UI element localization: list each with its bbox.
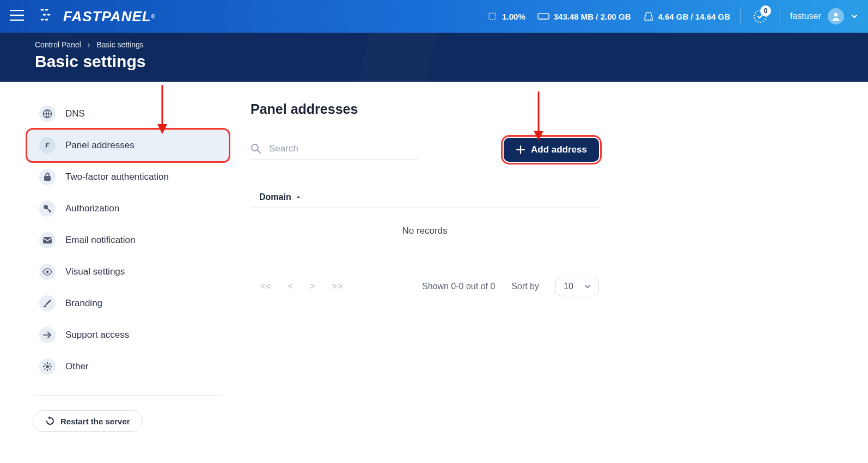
sort-by-label: Sort by: [511, 282, 539, 291]
main: DNS F Panel addresses Two-factor authent…: [0, 82, 868, 432]
sidebar-item-visual[interactable]: Visual settings: [27, 256, 229, 288]
mail-icon: [39, 232, 56, 248]
svg-point-12: [46, 365, 49, 368]
logo-reg: ®: [151, 14, 156, 20]
per-page-select[interactable]: 10: [555, 277, 599, 296]
sidebar-item-2fa[interactable]: Two-factor authentication: [27, 161, 229, 193]
pager-next[interactable]: >: [310, 282, 315, 291]
chevron-right-icon: ›: [88, 40, 90, 49]
eye-icon: [39, 264, 56, 280]
menu-toggle-button[interactable]: [10, 10, 24, 23]
col-domain-header[interactable]: Domain: [259, 192, 301, 202]
add-label: Add address: [531, 144, 587, 155]
pager-last[interactable]: >>: [332, 282, 343, 291]
sidebar-item-label: Visual settings: [65, 266, 125, 277]
lock-icon: [39, 169, 56, 185]
pager: << < > >> Shown 0-0 out of 0 Sort by 10: [250, 277, 599, 296]
cpu-value: 1.00%: [502, 12, 525, 21]
sidebar-item-label: Branding: [65, 298, 102, 309]
col-domain-label: Domain: [259, 192, 291, 202]
sidebar-item-other[interactable]: Other: [27, 351, 229, 382]
sidebar-item-label: Email notification: [65, 235, 136, 246]
sidebar: DNS F Panel addresses Two-factor authent…: [27, 98, 229, 432]
breadcrumb-current: Basic settings: [97, 40, 144, 49]
topbar-stats: 1.00% 343.48 MB / 2.00 GB 4.64 GB / 14.6…: [487, 11, 730, 22]
disk-stat[interactable]: 4.64 GB / 14.64 GB: [643, 11, 731, 22]
content-title: Panel addresses: [250, 101, 599, 117]
restart-server-button[interactable]: Restart the server: [33, 410, 143, 432]
breadcrumb-root[interactable]: Control Panel: [35, 40, 81, 49]
disk-icon: [643, 11, 654, 22]
cpu-stat[interactable]: 1.00%: [487, 11, 525, 22]
sidebar-item-label: DNS: [65, 108, 85, 119]
cpu-icon: [487, 11, 498, 22]
sidebar-item-label: Authorization: [65, 203, 119, 214]
shown-text: Shown 0-0 out of 0: [422, 282, 495, 291]
chevron-down-icon: [584, 283, 591, 290]
memory-icon: [537, 12, 549, 21]
svg-rect-7: [44, 176, 51, 181]
topbar-divider: [740, 8, 741, 25]
disk-value: 4.64 GB / 14.64 GB: [658, 12, 731, 21]
addresses-table: Domain No records: [250, 187, 599, 254]
content: Panel addresses Add address Domain No re…: [250, 98, 599, 432]
no-records-text: No records: [250, 208, 599, 254]
sidebar-divider: [33, 395, 223, 396]
panel-icon: F: [39, 137, 56, 154]
username: fastuser: [790, 11, 821, 21]
logo-mark-icon: [40, 8, 59, 25]
page-title: Basic settings: [35, 52, 833, 71]
sidebar-item-email[interactable]: Email notification: [27, 224, 229, 256]
key-icon: [39, 200, 56, 217]
logo-text: FASTPANEL: [63, 8, 151, 25]
add-address-button[interactable]: Add address: [504, 138, 599, 162]
svg-rect-11: [44, 306, 46, 307]
topbar: FASTPANEL® 1.00% 343.48 MB / 2.00 GB 4.6…: [0, 0, 868, 33]
logo[interactable]: FASTPANEL®: [40, 8, 156, 25]
svg-point-13: [252, 144, 258, 151]
sidebar-item-authorization[interactable]: Authorization: [27, 193, 229, 224]
sidebar-item-label: Other: [65, 361, 89, 372]
user-icon: [831, 11, 841, 21]
svg-rect-0: [489, 13, 496, 20]
svg-text:F: F: [45, 142, 50, 149]
sidebar-item-label: Panel addresses: [65, 140, 135, 151]
page-header: Control Panel › Basic settings Basic set…: [0, 33, 868, 82]
restart-label: Restart the server: [60, 417, 130, 426]
table-header-row: Domain: [250, 187, 599, 208]
sidebar-item-dns[interactable]: DNS: [27, 98, 229, 130]
user-menu[interactable]: fastuser: [790, 8, 858, 25]
search-field[interactable]: [250, 140, 419, 160]
brush-icon: [39, 295, 56, 312]
mem-value: 343.48 MB / 2.00 GB: [554, 12, 631, 21]
sidebar-item-panel-addresses[interactable]: F Panel addresses: [27, 130, 229, 161]
pager-prev[interactable]: <: [288, 282, 294, 291]
sidebar-item-label: Two-factor authentication: [65, 172, 169, 182]
notifications-button[interactable]: 0: [750, 7, 770, 26]
arrow-right-icon: [39, 327, 56, 343]
chevron-down-icon: [851, 13, 858, 20]
svg-rect-9: [43, 237, 52, 243]
search-icon: [250, 143, 261, 154]
svg-point-2: [650, 19, 651, 20]
restart-icon: [45, 416, 55, 426]
svg-point-10: [46, 271, 49, 273]
topbar-divider-2: [780, 8, 780, 25]
per-page-value: 10: [564, 282, 573, 291]
globe-icon: [39, 106, 56, 122]
gear-icon: [39, 358, 56, 375]
search-input[interactable]: [269, 143, 419, 154]
hamburger-icon: [10, 10, 24, 21]
breadcrumb: Control Panel › Basic settings: [35, 40, 833, 49]
pager-first[interactable]: <<: [260, 282, 272, 291]
mem-stat[interactable]: 343.48 MB / 2.00 GB: [537, 12, 631, 21]
notif-badge: 0: [760, 5, 771, 16]
sidebar-item-branding[interactable]: Branding: [27, 288, 229, 319]
svg-point-4: [834, 13, 838, 16]
avatar: [828, 8, 844, 25]
svg-rect-1: [538, 14, 549, 19]
sort-asc-icon: [296, 194, 301, 200]
plus-icon: [516, 145, 525, 155]
sidebar-item-label: Support access: [65, 330, 129, 340]
sidebar-item-support[interactable]: Support access: [27, 319, 229, 351]
